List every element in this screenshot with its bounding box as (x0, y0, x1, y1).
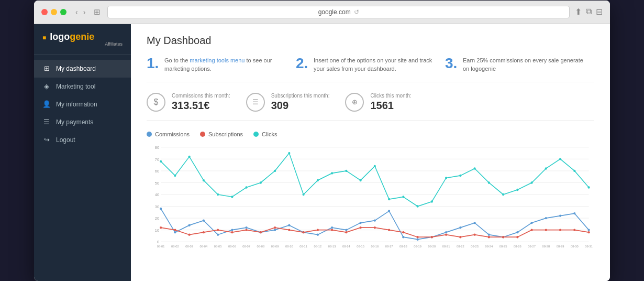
svg-point-84 (217, 233, 219, 235)
stat-clicks-info: Clicks this month: 1561 (370, 93, 411, 112)
address-bar[interactable]: google.com ↺ (107, 6, 570, 18)
sidebar-item-payments[interactable]: ☰ My payments (34, 113, 131, 131)
svg-text:30: 30 (155, 204, 159, 209)
step-3-text: Earn 25% commissions on every sale gener… (463, 56, 584, 73)
stat-subscriptions-info: Subscriptions this month: 309 (271, 93, 330, 112)
sidebar-label-information: My information (56, 101, 97, 108)
svg-point-132 (459, 235, 461, 237)
svg-point-53 (217, 193, 219, 195)
refresh-icon[interactable]: ↺ (354, 8, 359, 16)
clicks-icon: ⊕ (345, 93, 364, 112)
svg-point-140 (573, 229, 575, 231)
svg-point-88 (274, 229, 276, 231)
svg-point-96 (388, 210, 390, 212)
clicks-dot (253, 132, 259, 137)
share-icon[interactable]: ⬆ (575, 7, 582, 17)
stats-row: $ Commissions this month: 313.51€ ☰ Subs… (147, 93, 594, 121)
svg-text:08-16: 08-16 (371, 245, 379, 248)
sidebar-item-marketing[interactable]: ◈ Marketing tool (34, 78, 131, 95)
svg-point-103 (488, 233, 490, 235)
duplicate-icon[interactable]: ⧉ (586, 7, 592, 17)
svg-text:08-01: 08-01 (157, 245, 165, 248)
svg-point-120 (288, 229, 290, 231)
marketing-tools-link[interactable]: marketing tools menu (190, 57, 245, 63)
svg-point-51 (188, 155, 191, 157)
legend-clicks-label: Clicks (262, 131, 277, 137)
commissions-label: Commissions this month: (172, 93, 230, 99)
svg-point-91 (317, 233, 319, 235)
svg-point-127 (388, 229, 390, 231)
svg-point-116 (231, 231, 233, 233)
sidebar-label-marketing: Marketing tool (56, 83, 95, 90)
svg-text:08-10: 08-10 (285, 245, 293, 248)
svg-point-117 (246, 229, 248, 231)
marketing-icon: ◈ (42, 82, 51, 91)
svg-point-57 (274, 169, 276, 171)
svg-point-118 (260, 231, 262, 233)
legend-commissions-label: Commissions (155, 131, 190, 137)
dashboard-icon: ⊞ (42, 64, 51, 73)
legend-commissions: Commissions (147, 131, 190, 137)
svg-text:08-03: 08-03 (185, 245, 193, 248)
logo: ■ logogenie (42, 31, 123, 42)
svg-point-74 (516, 188, 518, 190)
svg-point-79 (587, 186, 590, 188)
svg-point-71 (473, 167, 475, 169)
sidebar-item-dashboard[interactable]: ⊞ My dashboard (34, 60, 131, 78)
svg-point-141 (587, 231, 590, 233)
svg-point-128 (402, 231, 404, 233)
svg-text:08-15: 08-15 (357, 245, 364, 248)
svg-point-75 (530, 181, 532, 183)
close-button[interactable] (41, 9, 48, 15)
sidebar-label-logout: Logout (56, 136, 75, 144)
svg-text:08-11: 08-11 (299, 245, 307, 248)
svg-text:08-22: 08-22 (457, 245, 464, 248)
svg-point-60 (317, 179, 319, 181)
minimize-button[interactable] (51, 9, 57, 15)
step-2-number: 2. (296, 56, 308, 71)
svg-point-63 (360, 179, 362, 181)
commissions-icon: $ (147, 93, 165, 112)
sidebar-item-logout[interactable]: ↪ Logout (34, 131, 131, 149)
sidebar-label-payments: My payments (56, 118, 93, 126)
svg-text:08-07: 08-07 (242, 245, 250, 248)
step-2-text: Insert one of the options on your site a… (314, 56, 435, 73)
clicks-label: Clicks this month: (370, 93, 411, 99)
maximize-button[interactable] (60, 9, 66, 15)
svg-point-69 (445, 177, 447, 179)
app-layout: ■ logogenie Affiliates ⊞ My dashboard ◈ … (34, 24, 610, 281)
sidebar-label-dashboard: My dashboard (56, 65, 96, 72)
svg-point-50 (174, 174, 176, 176)
svg-point-108 (559, 214, 561, 217)
grid-button[interactable]: ⊞ (92, 7, 102, 17)
svg-text:08-19: 08-19 (414, 245, 421, 248)
svg-point-122 (317, 229, 319, 231)
sidebar-nav: ⊞ My dashboard ◈ Marketing tool 👤 My inf… (34, 55, 131, 281)
svg-point-56 (260, 181, 262, 183)
svg-point-72 (488, 181, 490, 183)
svg-point-115 (217, 229, 219, 231)
svg-point-105 (516, 231, 518, 233)
svg-point-89 (288, 224, 290, 226)
stat-commissions: $ Commissions this month: 313.51€ (147, 93, 230, 112)
svg-text:08-31: 08-31 (585, 245, 593, 248)
legend-subscriptions: Subscriptions (200, 131, 243, 137)
svg-point-107 (545, 217, 547, 219)
stat-clicks: ⊕ Clicks this month: 1561 (345, 93, 411, 112)
sidebar: ■ logogenie Affiliates ⊞ My dashboard ◈ … (34, 24, 131, 281)
back-button[interactable]: ‹ (74, 8, 80, 16)
svg-text:08-27: 08-27 (528, 245, 536, 248)
url-text: google.com (318, 8, 351, 16)
svg-point-114 (203, 231, 205, 233)
svg-point-106 (530, 221, 532, 223)
sidebar-toggle-icon[interactable]: ⊟ (596, 7, 603, 17)
svg-point-131 (445, 233, 447, 235)
svg-point-123 (331, 229, 333, 231)
svg-text:40: 40 (155, 192, 159, 197)
step-1-text: Go to the marketing tools menu to see ou… (164, 56, 285, 73)
svg-point-102 (473, 221, 475, 223)
svg-point-82 (188, 224, 191, 226)
forward-button[interactable]: › (82, 8, 87, 16)
svg-point-81 (174, 231, 176, 233)
sidebar-item-information[interactable]: 👤 My information (34, 95, 131, 113)
